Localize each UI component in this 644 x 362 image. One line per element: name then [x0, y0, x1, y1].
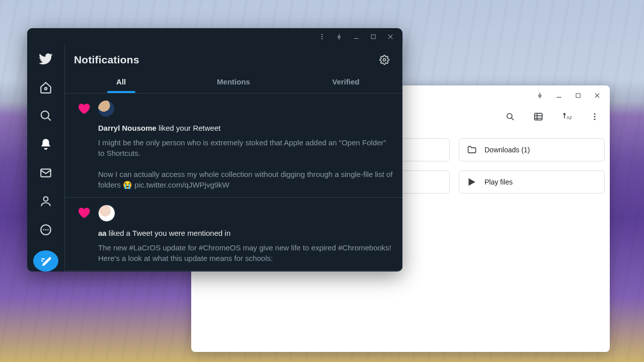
svg-point-18 — [321, 36, 323, 37]
view-toggle-icon[interactable] — [529, 108, 547, 126]
maximize-button[interactable] — [365, 30, 381, 44]
svg-point-4 — [507, 114, 512, 119]
close-button[interactable] — [382, 30, 398, 44]
notification-body: I might be the only person who is extrem… — [98, 137, 393, 190]
play-icon — [466, 176, 477, 188]
notifications-feed: Darryl Nousome liked your Retweet I migh… — [65, 94, 402, 272]
svg-point-17 — [321, 34, 323, 35]
tab-label: Mentions — [217, 77, 250, 86]
minimize-button[interactable] — [550, 88, 568, 103]
svg-point-11 — [594, 113, 596, 115]
avatar[interactable] — [98, 205, 115, 222]
messages-icon[interactable] — [34, 163, 57, 183]
actor-name: aa — [98, 229, 107, 237]
svg-rect-1 — [576, 94, 580, 98]
tab-mentions[interactable]: Mentions — [177, 70, 289, 93]
settings-icon[interactable] — [376, 51, 393, 68]
avatar[interactable] — [98, 101, 114, 117]
notification-item[interactable]: aa liked a Tweet you were mentioned in T… — [65, 198, 402, 271]
pin-button[interactable] — [531, 88, 548, 103]
page-title: Notifications — [74, 54, 139, 66]
svg-point-12 — [594, 116, 596, 118]
svg-rect-6 — [535, 113, 542, 120]
tile-label: Downloads (1) — [485, 146, 530, 154]
explore-icon[interactable] — [34, 106, 57, 126]
compose-button[interactable] — [33, 250, 58, 272]
maximize-button[interactable] — [570, 88, 587, 103]
tile-label: Play files — [485, 178, 513, 186]
pin-button[interactable] — [331, 30, 347, 44]
tile-downloads-1[interactable]: Downloads (1) — [459, 138, 605, 161]
svg-point-30 — [43, 229, 44, 230]
actor-name: Darryl Nousome — [98, 124, 156, 132]
svg-point-19 — [321, 38, 323, 39]
notification-title: Darryl Nousome liked your Retweet — [98, 124, 393, 132]
twitter-sidebar — [27, 45, 65, 272]
app-menu-icon[interactable] — [314, 30, 330, 44]
tabs: All Mentions Verified — [65, 70, 402, 94]
svg-line-5 — [512, 118, 514, 120]
tab-all[interactable]: All — [65, 70, 177, 93]
home-icon[interactable] — [34, 78, 57, 98]
svg-point-33 — [383, 59, 386, 61]
tab-label: Verified — [332, 77, 359, 86]
twitter-titlebar — [27, 28, 403, 45]
svg-point-24 — [45, 87, 47, 89]
tab-label: All — [116, 77, 126, 86]
svg-point-32 — [47, 229, 49, 230]
like-icon — [74, 101, 91, 190]
tab-verified[interactable]: Verified — [290, 70, 402, 93]
search-icon[interactable] — [501, 108, 519, 126]
svg-line-26 — [48, 118, 50, 121]
notification-item[interactable]: Darryl Nousome liked your Retweet I migh… — [65, 94, 402, 198]
more-icon[interactable] — [586, 108, 604, 126]
svg-point-31 — [45, 229, 47, 230]
notification-title: aa liked a Tweet you were mentioned in — [98, 229, 393, 237]
svg-rect-21 — [371, 35, 375, 39]
svg-point-25 — [41, 111, 49, 119]
action-text: liked a Tweet you were mentioned in — [107, 229, 231, 237]
minimize-button[interactable] — [348, 30, 364, 44]
logo-icon[interactable] — [34, 49, 57, 69]
like-icon — [74, 205, 91, 263]
more-nav-icon[interactable] — [34, 220, 57, 239]
notifications-icon[interactable] — [34, 135, 57, 154]
svg-text:AZ: AZ — [567, 115, 572, 120]
profile-icon[interactable] — [34, 192, 57, 211]
sort-icon[interactable]: AZ — [557, 108, 576, 126]
twitter-window: Notifications All Mentions Verified — [27, 28, 403, 272]
notification-body: The new #LaCrOS update for #ChromeOS may… — [98, 242, 393, 263]
svg-marker-16 — [468, 178, 475, 186]
svg-point-13 — [594, 119, 596, 120]
twitter-header: Notifications — [65, 45, 402, 70]
svg-point-28 — [44, 197, 48, 202]
tiles-column-right: Downloads (1) Play files — [459, 138, 605, 342]
twitter-main: Notifications All Mentions Verified — [65, 45, 403, 272]
tile-play-files[interactable]: Play files — [459, 170, 605, 194]
action-text: liked your Retweet — [156, 124, 221, 132]
close-button[interactable] — [589, 88, 606, 103]
folder-icon — [466, 144, 477, 155]
